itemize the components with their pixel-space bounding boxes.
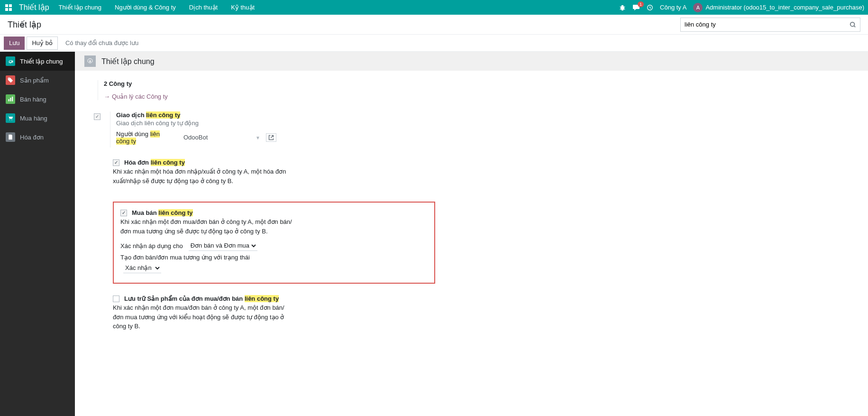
navbar: Thiết lập Thiết lập chung Người dùng & C… <box>0 0 868 15</box>
setting-warehouse-intercompany: Lưu trữ Sản phẩm của đơn mua/đơn bán liê… <box>113 295 435 336</box>
apply-select[interactable]: Đơn bán và Đơn mua <box>189 240 257 251</box>
sale-purchase-label: ✓ Mua bán liên công ty <box>120 209 428 216</box>
sidebar-item-products[interactable]: Sản phẩm <box>0 71 75 90</box>
svg-point-9 <box>9 120 10 120</box>
invoice-intercompany-checkbox[interactable]: ✓ <box>113 159 119 166</box>
save-button[interactable]: Lưu <box>4 37 25 50</box>
svg-rect-6 <box>9 99 9 102</box>
gear-icon <box>6 56 15 66</box>
sidebar: Thiết lập chung Sản phẩm Bán hàng Mua hà… <box>0 52 75 416</box>
svg-point-5 <box>850 22 855 26</box>
chevron-down-icon[interactable]: ▼ <box>256 135 260 140</box>
sidebar-item-label: Thiết lập chung <box>20 58 63 65</box>
svg-rect-1 <box>9 4 12 7</box>
sidebar-item-label: Mua hàng <box>20 115 47 122</box>
warehouse-desc: Khi xác nhận một đơn mua/đơn bán ở công … <box>113 303 293 331</box>
sale-purchase-desc: Khi xác nhận một đơn mua/đơn bán ở công … <box>120 217 301 236</box>
svg-rect-3 <box>9 8 12 11</box>
gear-icon <box>84 55 96 67</box>
navmenu-general[interactable]: Thiết lập chung <box>59 4 101 11</box>
company-selector[interactable]: Công ty A <box>660 4 686 11</box>
invoice-intercompany-label: ✓ Hóa đơn liên công ty <box>113 159 435 166</box>
svg-point-10 <box>11 120 12 120</box>
setting-intercompany: ✓ Giao dịch liên công ty Giao dịch liên … <box>94 111 435 148</box>
tag-icon <box>6 75 15 85</box>
sale-purchase-checkbox[interactable]: ✓ <box>120 210 127 216</box>
navmenu-translations[interactable]: Dịch thuật <box>189 4 218 11</box>
cart-icon <box>6 113 15 123</box>
user-name: Administrator (odoo15_to_inter_company_s… <box>705 4 864 11</box>
highlighted-setting-box: ✓ Mua bán liên công ty Khi xác nhận một … <box>113 202 435 284</box>
search-box[interactable] <box>680 18 860 32</box>
messages-icon[interactable]: 1 <box>632 4 640 11</box>
external-link-icon[interactable] <box>266 133 276 142</box>
activities-icon[interactable] <box>647 4 653 11</box>
chart-icon <box>6 94 15 104</box>
intercompany-checkbox[interactable]: ✓ <box>94 113 101 120</box>
cancel-button[interactable]: Huỷ bỏ <box>27 37 57 50</box>
section-title: Thiết lập chung <box>101 57 155 66</box>
navmenu-users[interactable]: Người dùng & Công ty <box>115 4 176 11</box>
action-row: Lưu Huỷ bỏ Có thay đổi chưa được lưu <box>0 35 868 52</box>
sidebar-item-purchase[interactable]: Mua hàng <box>0 109 75 128</box>
state-label: Tạo đơn bán/đơn mua tương ứng với trạng … <box>120 254 428 261</box>
intercompany-desc: Giao dịch liên công ty tự động <box>116 120 435 127</box>
sidebar-item-label: Hóa đơn <box>20 134 44 141</box>
invoice-intercompany-desc: Khi xác nhận một hóa đơn nhập/xuất ở côn… <box>113 167 293 185</box>
sidebar-item-sales[interactable]: Bán hàng <box>0 90 75 109</box>
user-menu[interactable]: A Administrator (odoo15_to_inter_company… <box>693 3 864 12</box>
manage-companies-label: Quản lý các Công ty <box>112 93 168 100</box>
state-select[interactable]: Xác nhận <box>123 263 161 273</box>
intercompany-label: Giao dịch liên công ty <box>116 111 435 119</box>
warehouse-checkbox[interactable] <box>113 296 119 302</box>
page-title: Thiết lập <box>8 19 680 30</box>
content: Thiết lập chung 2 Công ty → Quản lý các … <box>75 52 868 416</box>
svg-rect-2 <box>5 8 8 11</box>
apps-icon[interactable] <box>4 3 13 12</box>
messages-badge: 1 <box>638 1 644 7</box>
arrow-right-icon: → <box>104 93 110 100</box>
companies-block: 2 Công ty → Quản lý các Công ty <box>98 80 435 100</box>
sidebar-item-label: Bán hàng <box>20 96 46 103</box>
navmenu-technical[interactable]: Kỹ thuật <box>231 4 255 11</box>
invoice-icon <box>6 132 15 142</box>
navbar-title[interactable]: Thiết lập <box>19 3 49 12</box>
warehouse-label: Lưu trữ Sản phẩm của đơn mua/đơn bán liê… <box>113 295 435 302</box>
breadcrumb-row: Thiết lập <box>0 15 868 35</box>
sidebar-item-label: Sản phẩm <box>20 77 49 84</box>
debug-icon[interactable] <box>619 4 626 11</box>
svg-rect-8 <box>12 97 13 102</box>
sidebar-item-invoice[interactable]: Hóa đơn <box>0 128 75 147</box>
svg-rect-7 <box>10 98 11 102</box>
company-count: 2 Công ty <box>104 80 435 87</box>
unsaved-status: Có thay đổi chưa được lưu <box>65 39 138 46</box>
intercompany-user-label: Người dùng liêncông ty <box>116 130 178 145</box>
svg-point-11 <box>89 60 91 62</box>
intercompany-user-field[interactable]: OdooBot <box>183 134 250 141</box>
manage-companies-link[interactable]: → Quản lý các Công ty <box>104 93 168 100</box>
section-header: Thiết lập chung <box>75 52 868 71</box>
search-icon[interactable] <box>850 21 856 28</box>
svg-rect-0 <box>5 4 8 7</box>
apply-label: Xác nhận áp dụng cho <box>120 242 183 250</box>
sidebar-item-general[interactable]: Thiết lập chung <box>0 52 75 71</box>
setting-invoice-intercompany: ✓ Hóa đơn liên công ty Khi xác nhận một … <box>113 159 435 190</box>
avatar-icon: A <box>693 3 703 12</box>
search-input[interactable] <box>685 21 850 28</box>
